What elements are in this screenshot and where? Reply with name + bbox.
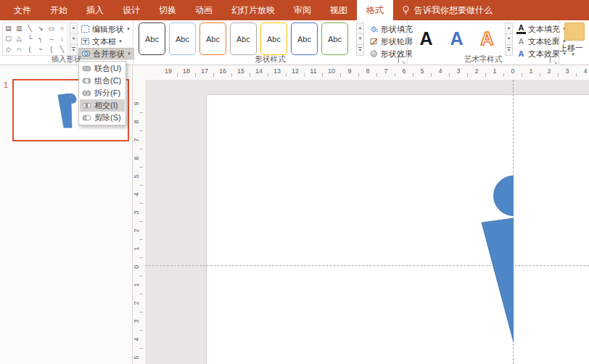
- ruler-number: 3: [133, 319, 140, 323]
- shape-gallery-item[interactable]: ∩: [14, 44, 25, 55]
- ribbon-tabs: 文件开始插入设计切换动画幻灯片放映审阅视图格式告诉我你想要做什么: [0, 0, 589, 20]
- dialog-launcher-icon[interactable]: [398, 57, 405, 63]
- ruler-number: 5: [420, 67, 424, 75]
- shape-style-item[interactable]: Abc: [199, 22, 226, 55]
- group-arrange-partial: 上移一 ▼: [559, 20, 589, 65]
- group-shape-styles: AbcAbcAbcAbcAbcAbcAbc ▲ ▼ ▼ 形状填充 ▼ 形状: [133, 20, 407, 65]
- ruler-number: 13: [273, 67, 281, 75]
- shape-gallery-item[interactable]: ↘: [35, 23, 46, 34]
- group-wordart-styles: AAA ▲ ▼ ▼ A 文本填充 ▼ A 文本轮廓 ▼ A 文本效果 ▼ 艺术字…: [407, 20, 559, 65]
- shape-gallery-item[interactable]: ▢: [3, 34, 14, 45]
- powerpoint-window: 文件开始插入设计切换动画幻灯片放映审阅视图格式告诉我你想要做什么 ▤▥╲↘▭○▢…: [0, 0, 589, 364]
- intersect-icon: [82, 102, 91, 109]
- tab-开始[interactable]: 开始: [41, 0, 77, 20]
- shape-gallery-item[interactable]: ▤: [3, 23, 14, 34]
- horizontal-guide[interactable]: [145, 265, 589, 266]
- shape-gallery: ▤▥╲↘▭○▢△└┐→↓◇∩(~{╲: [2, 22, 68, 56]
- ruler-number: 5: [133, 355, 140, 359]
- ruler-number: 5: [133, 174, 140, 178]
- ruler-number: 7: [384, 67, 387, 75]
- menu-item-剪除(S)[interactable]: 剪除(S): [80, 112, 125, 124]
- gallery-up-icon[interactable]: ▲: [356, 22, 364, 34]
- ruler-number: 7: [133, 138, 140, 141]
- ruler-number: 9: [347, 67, 351, 75]
- edit-shape-icon: [81, 25, 90, 33]
- tab-文件[interactable]: 文件: [4, 0, 41, 20]
- ruler-number: 8: [133, 120, 140, 123]
- wordart-style-item[interactable]: A: [413, 22, 440, 55]
- shape-gallery-item[interactable]: ~: [35, 44, 46, 55]
- gallery-down-icon[interactable]: ▼: [70, 34, 78, 45]
- gallery-down-icon[interactable]: ▼: [356, 34, 364, 45]
- tab-插入[interactable]: 插入: [77, 0, 113, 20]
- ruler-number: 6: [402, 67, 405, 75]
- menu-item-拆分(F)[interactable]: 拆分(F): [80, 87, 125, 99]
- editor-area: 1918171615141312111098765432101234 98765…: [133, 65, 589, 364]
- gallery-up-icon[interactable]: ▲: [505, 22, 513, 34]
- slide-canvas[interactable]: [145, 80, 589, 364]
- tab-审阅[interactable]: 审阅: [284, 0, 321, 20]
- ruler-number: 16: [219, 67, 226, 75]
- shape-gallery-item[interactable]: (: [25, 44, 36, 55]
- ruler-number: 4: [438, 67, 442, 75]
- ruler-number: 1: [133, 283, 140, 286]
- tab-格式[interactable]: 格式: [357, 0, 393, 20]
- menu-item-相交(I)[interactable]: 相交(I): [80, 99, 125, 112]
- shape-gallery-item[interactable]: ▥: [14, 23, 25, 34]
- dialog-launcher-icon[interactable]: [550, 57, 556, 63]
- chevron-down-icon: ▼: [118, 39, 123, 44]
- shape-style-item[interactable]: Abc: [291, 22, 318, 55]
- wordart-style-item[interactable]: A: [443, 22, 470, 55]
- gallery-up-icon[interactable]: ▲: [70, 22, 78, 34]
- shape-gallery-item[interactable]: △: [14, 34, 25, 45]
- tab-幻灯片放映[interactable]: 幻灯片放映: [222, 0, 284, 20]
- ruler-number: 11: [310, 67, 316, 75]
- ruler-number: 4: [133, 192, 140, 196]
- ruler-number: 2: [133, 301, 140, 305]
- menu-item-联合(U)[interactable]: 联合(U): [80, 62, 125, 75]
- wordart-scroll: ▲ ▼ ▼: [505, 22, 513, 56]
- shape-style-item[interactable]: Abc: [139, 22, 165, 55]
- shape-gallery-item[interactable]: └: [25, 34, 36, 45]
- subtract-icon: [82, 114, 91, 122]
- shape-style-item[interactable]: Abc: [321, 22, 348, 55]
- wordart-style-item[interactable]: A: [474, 22, 501, 55]
- shape-gallery-item[interactable]: ▭: [46, 23, 57, 34]
- text-box-button[interactable]: 文本框 ▼: [78, 36, 125, 47]
- vertical-ruler[interactable]: 987654321012345: [133, 80, 145, 364]
- shape-gallery-item[interactable]: ◇: [3, 44, 14, 55]
- group-label-wordart-styles: 艺术字样式: [408, 54, 559, 65]
- group-insert-shapes: ▤▥╲↘▭○▢△└┐→↓◇∩(~{╲ ▲ ▼ ▼ 编辑形状 ▼ 文本框 ▼: [0, 20, 133, 65]
- shape-style-item[interactable]: Abc: [260, 22, 287, 55]
- shape-style-item[interactable]: Abc: [230, 22, 257, 55]
- tab-切换[interactable]: 切换: [149, 0, 186, 20]
- shape-style-item[interactable]: Abc: [169, 22, 196, 55]
- tab-视图[interactable]: 视图: [321, 0, 357, 20]
- edit-shape-button[interactable]: 编辑形状 ▼: [78, 23, 133, 35]
- shape-fill-icon: [369, 25, 379, 33]
- ruler-number: 1: [133, 247, 140, 250]
- thumbnail-shape: [56, 93, 78, 131]
- shape-gallery-item[interactable]: →: [46, 34, 57, 45]
- ruler-number: 3: [456, 67, 460, 75]
- ruler-number: 0: [133, 265, 140, 268]
- tell-me-box[interactable]: 告诉我你想要做什么: [393, 0, 501, 20]
- shape-gallery-item[interactable]: {: [46, 44, 57, 55]
- ruler-number: 6: [133, 156, 140, 160]
- tab-动画[interactable]: 动画: [186, 0, 222, 20]
- tab-设计[interactable]: 设计: [113, 0, 149, 20]
- ribbon: ▤▥╲↘▭○▢△└┐→↓◇∩(~{╲ ▲ ▼ ▼ 编辑形状 ▼ 文本框 ▼: [0, 20, 589, 65]
- horizontal-ruler[interactable]: 1918171615141312111098765432101234: [145, 65, 589, 80]
- shape-gallery-item[interactable]: ↓: [57, 34, 67, 45]
- shape-gallery-item[interactable]: ┐: [35, 34, 46, 45]
- shape-gallery-item[interactable]: ○: [57, 23, 67, 34]
- menu-item-组合(C)[interactable]: 组合(C): [80, 75, 125, 87]
- slide[interactable]: [206, 94, 589, 364]
- gallery-down-icon[interactable]: ▼: [505, 34, 513, 45]
- ruler-number: 10: [328, 67, 335, 75]
- shape-gallery-item[interactable]: ╲: [25, 23, 36, 34]
- ruler-number: 0: [511, 67, 514, 75]
- person-shape[interactable]: [479, 175, 514, 343]
- shape-gallery-item[interactable]: ╲: [57, 44, 67, 55]
- shape-outline-icon: [369, 37, 379, 46]
